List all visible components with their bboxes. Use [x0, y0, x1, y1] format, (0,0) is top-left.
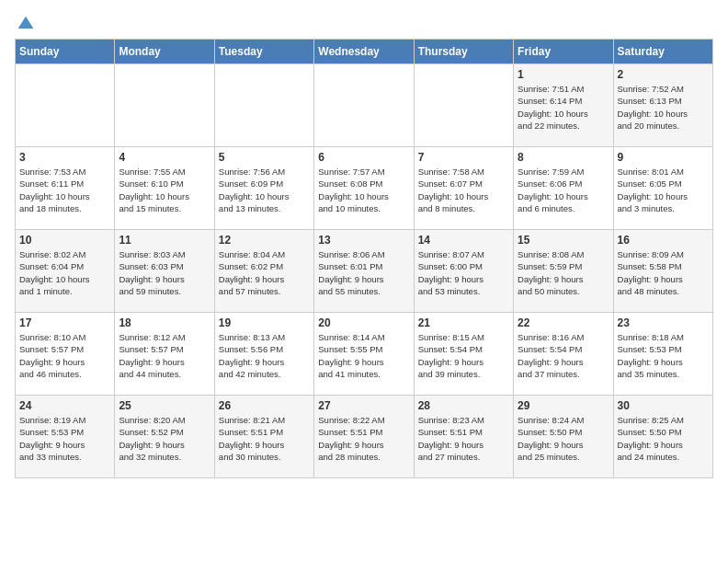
day-number: 21 — [418, 316, 509, 329]
calendar-cell: 25Sunrise: 8:20 AM Sunset: 5:52 PM Dayli… — [115, 396, 214, 478]
day-info: Sunrise: 8:21 AM Sunset: 5:51 PM Dayligh… — [219, 414, 310, 463]
day-info: Sunrise: 8:12 AM Sunset: 5:57 PM Dayligh… — [119, 331, 210, 380]
day-info: Sunrise: 8:15 AM Sunset: 5:54 PM Dayligh… — [418, 331, 509, 380]
calendar-cell: 29Sunrise: 8:24 AM Sunset: 5:50 PM Dayli… — [514, 396, 613, 478]
calendar-cell: 5Sunrise: 7:56 AM Sunset: 6:09 PM Daylig… — [214, 147, 313, 230]
day-number: 27 — [318, 399, 409, 412]
calendar-cell: 16Sunrise: 8:09 AM Sunset: 5:58 PM Dayli… — [613, 230, 712, 313]
calendar-table: SundayMondayTuesdayWednesdayThursdayFrid… — [15, 39, 713, 478]
day-number: 8 — [518, 151, 609, 164]
day-number: 30 — [618, 399, 709, 412]
day-number: 11 — [119, 234, 210, 247]
day-number: 10 — [19, 234, 110, 247]
day-number: 4 — [119, 151, 210, 164]
calendar-cell: 12Sunrise: 8:04 AM Sunset: 6:02 PM Dayli… — [214, 230, 313, 313]
calendar-cell: 14Sunrise: 8:07 AM Sunset: 6:00 PM Dayli… — [414, 230, 513, 313]
calendar-cell: 17Sunrise: 8:10 AM Sunset: 5:57 PM Dayli… — [16, 313, 115, 396]
calendar-cell: 21Sunrise: 8:15 AM Sunset: 5:54 PM Dayli… — [414, 313, 513, 396]
logo-icon — [17, 15, 35, 33]
calendar-cell: 18Sunrise: 8:12 AM Sunset: 5:57 PM Dayli… — [115, 313, 214, 396]
calendar-cell: 3Sunrise: 7:53 AM Sunset: 6:11 PM Daylig… — [16, 147, 115, 230]
calendar-week-row: 1Sunrise: 7:51 AM Sunset: 6:14 PM Daylig… — [16, 64, 713, 147]
day-info: Sunrise: 7:52 AM Sunset: 6:13 PM Dayligh… — [618, 83, 709, 132]
day-number: 25 — [119, 399, 210, 412]
day-number: 28 — [418, 399, 509, 412]
day-number: 18 — [119, 316, 210, 329]
day-number: 6 — [318, 151, 409, 164]
weekday-header-row: SundayMondayTuesdayWednesdayThursdayFrid… — [16, 40, 713, 64]
day-number: 24 — [19, 399, 110, 412]
calendar-cell — [16, 64, 115, 147]
svg-marker-0 — [18, 17, 34, 29]
day-info: Sunrise: 8:04 AM Sunset: 6:02 PM Dayligh… — [219, 248, 310, 297]
calendar-cell: 15Sunrise: 8:08 AM Sunset: 5:59 PM Dayli… — [514, 230, 613, 313]
day-number: 14 — [418, 234, 509, 247]
day-number: 12 — [219, 234, 310, 247]
day-info: Sunrise: 8:08 AM Sunset: 5:59 PM Dayligh… — [518, 248, 609, 297]
calendar-cell: 2Sunrise: 7:52 AM Sunset: 6:13 PM Daylig… — [613, 64, 712, 147]
day-info: Sunrise: 8:25 AM Sunset: 5:50 PM Dayligh… — [618, 414, 709, 463]
calendar-cell: 26Sunrise: 8:21 AM Sunset: 5:51 PM Dayli… — [214, 396, 313, 478]
calendar-cell: 10Sunrise: 8:02 AM Sunset: 6:04 PM Dayli… — [16, 230, 115, 313]
day-info: Sunrise: 8:16 AM Sunset: 5:54 PM Dayligh… — [518, 331, 609, 380]
calendar-cell: 23Sunrise: 8:18 AM Sunset: 5:53 PM Dayli… — [613, 313, 712, 396]
day-info: Sunrise: 8:19 AM Sunset: 5:53 PM Dayligh… — [19, 414, 110, 463]
calendar-cell — [214, 64, 313, 147]
calendar-cell: 27Sunrise: 8:22 AM Sunset: 5:51 PM Dayli… — [314, 396, 414, 478]
calendar-cell: 22Sunrise: 8:16 AM Sunset: 5:54 PM Dayli… — [514, 313, 613, 396]
day-info: Sunrise: 8:18 AM Sunset: 5:53 PM Dayligh… — [618, 331, 709, 380]
day-number: 26 — [219, 399, 310, 412]
day-number: 5 — [219, 151, 310, 164]
calendar-week-row: 3Sunrise: 7:53 AM Sunset: 6:11 PM Daylig… — [16, 147, 713, 230]
weekday-header-saturday: Saturday — [613, 40, 712, 64]
calendar-cell — [314, 64, 414, 147]
day-number: 7 — [418, 151, 509, 164]
calendar-week-row: 24Sunrise: 8:19 AM Sunset: 5:53 PM Dayli… — [16, 396, 713, 478]
calendar-cell: 20Sunrise: 8:14 AM Sunset: 5:55 PM Dayli… — [314, 313, 414, 396]
weekday-header-monday: Monday — [115, 40, 214, 64]
day-number: 1 — [518, 68, 609, 81]
calendar-cell: 30Sunrise: 8:25 AM Sunset: 5:50 PM Dayli… — [613, 396, 712, 478]
day-number: 16 — [618, 234, 709, 247]
calendar-cell: 1Sunrise: 7:51 AM Sunset: 6:14 PM Daylig… — [514, 64, 613, 147]
day-info: Sunrise: 8:20 AM Sunset: 5:52 PM Dayligh… — [119, 414, 210, 463]
day-number: 13 — [318, 234, 409, 247]
day-number: 9 — [618, 151, 709, 164]
day-number: 3 — [19, 151, 110, 164]
day-number: 23 — [618, 316, 709, 329]
calendar-week-row: 17Sunrise: 8:10 AM Sunset: 5:57 PM Dayli… — [16, 313, 713, 396]
day-info: Sunrise: 8:23 AM Sunset: 5:51 PM Dayligh… — [418, 414, 509, 463]
day-info: Sunrise: 7:58 AM Sunset: 6:07 PM Dayligh… — [418, 166, 509, 214]
day-number: 20 — [318, 316, 409, 329]
calendar-week-row: 10Sunrise: 8:02 AM Sunset: 6:04 PM Dayli… — [16, 230, 713, 313]
page-header — [15, 15, 713, 29]
weekday-header-thursday: Thursday — [414, 40, 513, 64]
day-info: Sunrise: 7:53 AM Sunset: 6:11 PM Dayligh… — [19, 166, 110, 214]
weekday-header-friday: Friday — [514, 40, 613, 64]
calendar-cell: 28Sunrise: 8:23 AM Sunset: 5:51 PM Dayli… — [414, 396, 513, 478]
calendar-cell — [115, 64, 214, 147]
day-number: 29 — [518, 399, 609, 412]
day-info: Sunrise: 8:07 AM Sunset: 6:00 PM Dayligh… — [418, 248, 509, 297]
day-info: Sunrise: 8:02 AM Sunset: 6:04 PM Dayligh… — [19, 248, 110, 297]
weekday-header-sunday: Sunday — [16, 40, 115, 64]
day-info: Sunrise: 8:01 AM Sunset: 6:05 PM Dayligh… — [618, 166, 709, 214]
day-info: Sunrise: 8:24 AM Sunset: 5:50 PM Dayligh… — [518, 414, 609, 463]
day-number: 19 — [219, 316, 310, 329]
logo — [15, 15, 35, 29]
calendar-cell: 7Sunrise: 7:58 AM Sunset: 6:07 PM Daylig… — [414, 147, 513, 230]
calendar-cell: 24Sunrise: 8:19 AM Sunset: 5:53 PM Dayli… — [16, 396, 115, 478]
day-info: Sunrise: 8:13 AM Sunset: 5:56 PM Dayligh… — [219, 331, 310, 380]
day-info: Sunrise: 7:51 AM Sunset: 6:14 PM Dayligh… — [518, 83, 609, 132]
calendar-cell: 8Sunrise: 7:59 AM Sunset: 6:06 PM Daylig… — [514, 147, 613, 230]
day-info: Sunrise: 8:10 AM Sunset: 5:57 PM Dayligh… — [19, 331, 110, 380]
day-info: Sunrise: 8:03 AM Sunset: 6:03 PM Dayligh… — [119, 248, 210, 297]
day-number: 15 — [518, 234, 609, 247]
weekday-header-wednesday: Wednesday — [314, 40, 414, 64]
day-number: 17 — [19, 316, 110, 329]
calendar-cell: 6Sunrise: 7:57 AM Sunset: 6:08 PM Daylig… — [314, 147, 414, 230]
calendar-cell: 13Sunrise: 8:06 AM Sunset: 6:01 PM Dayli… — [314, 230, 414, 313]
day-info: Sunrise: 8:09 AM Sunset: 5:58 PM Dayligh… — [618, 248, 709, 297]
calendar-cell — [414, 64, 513, 147]
calendar-cell: 9Sunrise: 8:01 AM Sunset: 6:05 PM Daylig… — [613, 147, 712, 230]
